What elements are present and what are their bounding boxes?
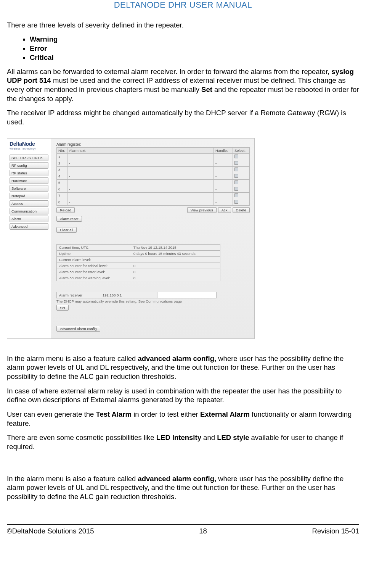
alarm-receiver-label: Alarm receiver: [56,292,100,298]
alarm-reset-button[interactable]: Alarm reset [56,216,82,222]
alarm-register-table: Nbr: Alarm text: Handle: Select: 1-- 2--… [56,147,250,206]
sidebar-item-communication[interactable]: Communication [10,208,48,214]
ack-button[interactable]: Ack [218,207,231,213]
table-row: 7-- [57,192,250,199]
table-header-row: Nbr: Alarm text: Handle: Select: [57,147,250,153]
clear-all-button[interactable]: Clear all [56,227,77,233]
select-checkbox[interactable] [234,168,238,171]
para-dhcp: The receiver IP address might be changed… [7,108,359,126]
select-checkbox[interactable] [234,180,238,184]
view-previous-button[interactable]: View previous [187,207,217,213]
alarm-receiver-ip: 192.168.0.1 [100,292,157,298]
sidebar-item-advanced[interactable]: Advanced [10,223,48,230]
status-row: Current time, UTC:Thu Nov 19 12:18:14 20… [57,244,220,250]
select-checkbox[interactable] [234,187,238,191]
set-button[interactable]: Set [56,305,69,311]
select-checkbox[interactable] [234,193,238,197]
severity-item: Warning [30,35,359,43]
sidebar-item-rf-config[interactable]: RF config [10,162,48,169]
table-row: 3-- [57,166,250,173]
select-checkbox[interactable] [234,161,238,165]
table-row: 5-- [57,179,250,186]
status-row: Uptime:0 days 0 hours 15 minutes 43 seco… [57,250,220,256]
para-test-alarm: User can even generate the Test Alarm in… [7,410,359,428]
main-panel: Alarm register: Nbr: Alarm text: Handle:… [51,139,254,338]
select-checkbox[interactable] [234,200,238,204]
page-title: DELTANODE DHR USER MANUAL [7,0,359,10]
para-forwarding: All alarms can be forwarded to external … [7,67,359,103]
reload-button[interactable]: Reload [56,207,75,213]
para-advanced-config-repeat: In the alarm menu is also a feature call… [7,474,359,501]
status-row: Alarm counter for error level:0 [57,269,220,275]
col-handle: Handle: [214,147,233,153]
alarm-receiver-row: Alarm receiver: 192.168.0.1 [56,292,250,298]
severity-item: Critical [30,53,359,62]
sidebar-item-hardware[interactable]: Hardware [10,177,48,184]
table-row: 4-- [57,173,250,179]
table-row: 1-- [57,153,250,160]
sidebar-item-access[interactable]: Access [10,200,48,207]
logo-subtitle: Wireless Technology [10,147,48,150]
delete-button[interactable]: Delete [233,207,250,213]
para-external-relay: In case of where external alarm relay is… [7,387,359,404]
footer: ©DeltaNode Solutions 2015 18 Revision 15… [7,525,359,538]
alarm-receiver-input[interactable] [157,292,217,298]
col-nbr: Nbr: [57,147,67,153]
col-select: Select: [233,147,250,153]
para-led: There are even some cosmetic possibiliti… [7,433,359,451]
sidebar: DeltaNode Wireless Technology SPI-001a26… [7,139,51,338]
table-row: 8-- [57,199,250,205]
sidebar-item-software[interactable]: Software [10,185,48,192]
table-row: 2-- [57,160,250,166]
select-checkbox[interactable] [234,174,238,178]
table-row: 6-- [57,186,250,192]
col-text: Alarm text: [67,147,214,153]
select-checkbox[interactable] [234,155,238,158]
footer-revision: Revision 15-01 [312,527,359,535]
page-number: 18 [199,527,207,535]
status-row: Alarm counter for warning level:0 [57,275,220,281]
intro-para: There are three levels of severity defin… [7,21,359,30]
logo: DeltaNode [10,141,48,147]
footer-copyright: ©DeltaNode Solutions 2015 [7,527,94,535]
status-row: Current Alarm level:- [57,256,220,263]
sidebar-item-rf-status[interactable]: RF status [10,170,48,176]
sidebar-item-alarm[interactable]: Alarm [10,216,48,222]
sidebar-item-notepad[interactable]: Notepad [10,193,48,199]
advanced-alarm-config-button[interactable]: Advanced alarm config [56,326,100,332]
severity-list: Warning Error Critical [22,35,359,62]
app-screenshot: DeltaNode Wireless Technology SPI-001a26… [7,138,255,339]
severity-item: Error [30,44,359,53]
alarm-register-title: Alarm register: [56,142,250,147]
dhcp-note: The DHCP may automatically override this… [56,299,250,303]
para-advanced-config: In the alarm menu is also a feature call… [7,354,359,381]
sidebar-item-device[interactable]: SPI-001a2600400a [10,155,48,161]
status-table: Current time, UTC:Thu Nov 19 12:18:14 20… [56,244,220,281]
status-row: Alarm counter for critical level:0 [57,263,220,269]
